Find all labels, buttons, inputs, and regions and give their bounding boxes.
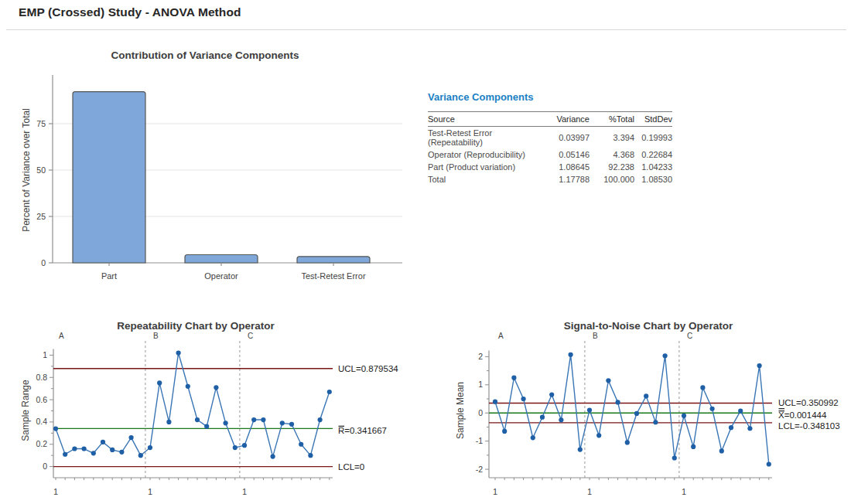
y-axis-label: Sample Range	[20, 380, 31, 441]
operator-section-label: A	[498, 332, 504, 340]
data-point	[110, 448, 114, 452]
lcl-label: LCL=-0.348103	[778, 421, 840, 431]
operator-section-label: C	[687, 332, 692, 340]
variance-table-body: Test-Retest Error (Repeatability)0.03997…	[428, 127, 672, 186]
data-point	[738, 409, 743, 414]
variance-components-heading: Variance Components	[428, 91, 683, 103]
y-tick-label: 25	[36, 212, 46, 221]
cell-value: 3.394	[590, 127, 634, 149]
data-point	[578, 447, 583, 451]
data-point	[63, 452, 67, 457]
data-point	[549, 392, 554, 397]
data-point	[119, 450, 124, 455]
data-point	[569, 352, 573, 357]
operator-section-label: A	[59, 332, 64, 340]
operator-section-label: B	[593, 332, 598, 340]
y-tick-label: 0	[41, 258, 46, 267]
cell-source: Operator (Reproducibility)	[428, 148, 545, 161]
data-point	[691, 444, 695, 449]
data-series-line	[495, 355, 769, 465]
y-tick-label: -2	[476, 465, 483, 474]
cell-value: 1.08530	[634, 173, 672, 186]
cell-value: 0.22684	[634, 148, 672, 161]
data-point	[138, 453, 143, 458]
data-point	[204, 424, 209, 429]
report-page: EMP (Crossed) Study - ANOVA Method Contr…	[0, 0, 851, 504]
data-point	[511, 376, 516, 380]
signal-to-noise-chart: Signal-to-Noise Chart by OperatorSample …	[453, 313, 851, 504]
table-row: Total1.17788100.0001.08530	[428, 173, 672, 186]
category-label: Test-Retest Error	[301, 271, 365, 281]
data-point	[502, 429, 507, 434]
data-point	[606, 378, 610, 383]
data-point	[271, 455, 275, 459]
data-point	[289, 422, 294, 427]
column-header: Variance	[545, 112, 590, 127]
x-axis-section-label: 1	[242, 487, 247, 496]
data-point	[672, 455, 677, 460]
data-point	[308, 453, 313, 458]
cell-value: 0.03997	[545, 127, 590, 149]
x-axis-section-label: 1	[493, 487, 497, 496]
cell-value: 1.04233	[634, 161, 672, 173]
cell-source: Total	[428, 173, 545, 186]
x-axis-section-label: 1	[53, 487, 58, 496]
data-point	[261, 417, 265, 422]
data-point	[682, 414, 686, 418]
x-axis-section-label: 1	[148, 487, 152, 496]
y-tick-label: 0.8	[36, 373, 47, 382]
data-point	[644, 393, 648, 398]
column-header: %Total	[590, 112, 634, 127]
data-point	[729, 425, 733, 430]
table-row: Part (Product variation)1.0864592.2381.0…	[428, 161, 672, 173]
column-header: StdDev	[634, 112, 672, 127]
y-tick-label: 75	[36, 119, 46, 128]
cell-value: 4.368	[590, 148, 634, 161]
data-point	[242, 443, 247, 448]
data-point	[559, 417, 563, 422]
center-line-label: X=0.001444	[778, 410, 827, 420]
y-tick-label: 1	[43, 350, 47, 359]
data-point	[719, 448, 724, 453]
data-point	[521, 397, 526, 401]
data-point	[176, 350, 181, 355]
data-point	[493, 400, 497, 404]
y-tick-label: 0	[478, 408, 483, 417]
operator-section-label: B	[153, 332, 159, 340]
variance-components-table: SourceVariance%TotalStdDev Test-Retest E…	[428, 111, 672, 186]
data-point	[596, 433, 601, 438]
repeatability-chart: Repeatability Chart by OperatorSample Ra…	[19, 313, 429, 504]
data-point	[531, 435, 535, 440]
title-divider	[6, 29, 846, 30]
table-header-row: SourceVariance%TotalStdDev	[428, 112, 672, 127]
y-tick-label: 1	[478, 380, 483, 389]
y-tick-label: 0.4	[36, 417, 47, 426]
cell-value: 92.238	[590, 161, 634, 173]
data-point	[299, 442, 303, 447]
variance-table-header: SourceVariance%TotalStdDev	[428, 112, 672, 127]
cell-value: 1.08645	[545, 161, 590, 173]
lcl-label: LCL=0	[338, 462, 364, 472]
page-title: EMP (Crossed) Study - ANOVA Method	[19, 5, 241, 19]
bar	[297, 257, 370, 263]
table-row: Test-Retest Error (Repeatability)0.03997…	[428, 127, 672, 149]
data-point	[214, 385, 218, 390]
cell-value: 1.17788	[545, 173, 590, 186]
variance-components-section: Variance Components SourceVariance%Total…	[428, 91, 683, 186]
data-point	[224, 421, 228, 425]
data-point	[710, 407, 715, 411]
chart-title: Contribution of Variance Components	[111, 49, 299, 61]
data-point	[157, 380, 162, 385]
ucl-label: UCL=0.879534	[338, 364, 398, 373]
category-label: Operator	[204, 271, 238, 281]
data-point	[616, 400, 620, 404]
cell-source: Test-Retest Error (Repeatability)	[428, 127, 545, 149]
data-point	[767, 461, 771, 466]
data-point	[700, 385, 705, 390]
chart-title: Signal-to-Noise Chart by Operator	[564, 320, 733, 332]
data-point	[747, 426, 752, 431]
chart-title: Repeatability Chart by Operator	[117, 320, 275, 332]
x-axis-section-label: 1	[587, 487, 592, 496]
data-point	[148, 445, 152, 450]
data-point	[91, 451, 96, 455]
